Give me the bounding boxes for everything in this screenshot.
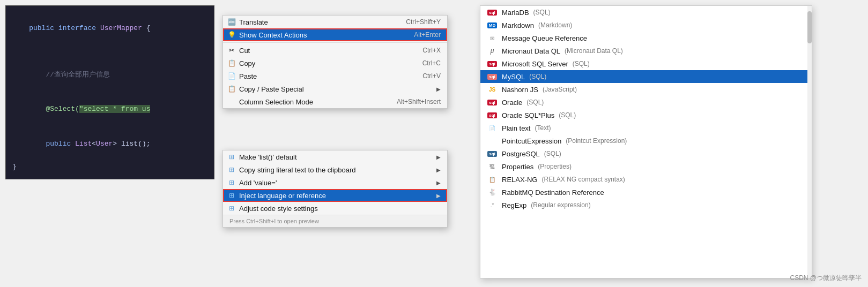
lang-item-micronaut[interactable]: μ Micronaut Data QL (Micronaut Data QL) — [480, 44, 812, 57]
lang-item-regexp[interactable]: .* RegExp (Regular expression) — [480, 199, 812, 212]
mssql-icon: sql — [487, 59, 498, 68]
lang-item-pointcut[interactable]: PointcutExpression (Pointcut Expression) — [480, 134, 812, 147]
copy-special-icon: 📋 — [227, 85, 236, 93]
code-editor: public interface UserMapper { //查询全部用户信息… — [5, 5, 214, 179]
lang-item-postgresql[interactable]: sql PostgreSQL (SQL) — [480, 147, 812, 160]
scrollbar-thumb[interactable] — [807, 11, 812, 43]
code-line-1: public interface UserMapper { — [6, 11, 214, 46]
menu-item-column-selection[interactable]: Column Selection Mode Alt+Shift+Insert — [223, 95, 447, 108]
micronaut-icon: μ — [487, 47, 498, 55]
menu-item-make-default[interactable]: ⊞ Make 'list()' default ▶ — [223, 150, 447, 163]
oracle-sqlplus-icon: sql — [487, 111, 498, 119]
menu-footer: Press Ctrl+Shift+I to open preview — [223, 215, 447, 227]
lang-item-mssql[interactable]: sql Microsoft SQL Server (SQL) — [480, 57, 812, 70]
paste-icon: 📄 — [227, 72, 236, 80]
rabbitmq-icon: 🐇 — [487, 188, 498, 197]
refactor-icon-3: ⊞ — [227, 178, 236, 187]
lang-item-oracle[interactable]: sql Oracle (SQL) — [480, 96, 812, 109]
column-icon — [227, 97, 236, 106]
watermark: CSDN @つ微凉徒晔孳半 — [790, 274, 862, 283]
lang-item-relaxng[interactable]: 📋 RELAX-NG (RELAX NG compact syntax) — [480, 173, 812, 186]
lang-item-mq-ref[interactable]: ✉ Message Queue Reference — [480, 32, 812, 44]
refactor-icon-2: ⊞ — [227, 165, 236, 174]
menu-item-paste[interactable]: 📄 Paste Ctrl+V — [223, 70, 447, 82]
menu-item-inject-language[interactable]: ⊞ Inject language or reference ▶ — [223, 189, 447, 202]
cut-icon: ✂ — [227, 46, 236, 55]
lang-item-properties[interactable]: 🏗 Properties (Properties) — [480, 160, 812, 173]
context-menu-refactor: ⊞ Make 'list()' default ▶ ⊞ Copy string … — [222, 150, 448, 228]
refactor-icon-4: ⊞ — [227, 191, 236, 200]
scrollbar[interactable] — [807, 6, 812, 278]
context-menu-main: 🔤 Translate Ctrl+Shift+Y 💡 Show Context … — [222, 15, 448, 109]
menu-item-translate[interactable]: 🔤 Translate Ctrl+Shift+Y — [223, 16, 447, 28]
regexp-icon: .* — [487, 201, 498, 209]
code-line-method: public List<User> list(); — [6, 127, 214, 161]
code-line-2 — [6, 46, 214, 58]
menu-item-adjust-style[interactable]: ⊞ Adjust code style settings — [223, 202, 447, 215]
relaxng-icon: 📋 — [487, 175, 498, 184]
lang-item-nashorn[interactable]: JS Nashorn JS (JavaScript) — [480, 83, 812, 96]
menu-item-copy-paste-special[interactable]: 📋 Copy / Paste Special ▶ — [223, 82, 447, 95]
pointcut-icon — [487, 137, 498, 145]
postgresql-icon: sql — [487, 149, 498, 158]
lang-item-plaintext[interactable]: 📄 Plain text (Text) — [480, 122, 812, 134]
language-panel: sql MariaDB (SQL) MD Markdown (Markdown)… — [480, 5, 812, 278]
bulb-icon: 💡 — [227, 31, 236, 39]
plaintext-icon: 📄 — [487, 124, 498, 132]
lang-item-rabbitmq[interactable]: 🐇 RabbitMQ Destination Reference — [480, 186, 812, 199]
menu-item-copy-string[interactable]: ⊞ Copy string literal text to the clipbo… — [223, 163, 447, 176]
lang-item-mysql[interactable]: sql MySQL (SQL) — [480, 70, 812, 83]
nashorn-icon: JS — [487, 85, 498, 94]
oracle-icon: sql — [487, 98, 498, 107]
markdown-icon: MD — [487, 21, 498, 29]
menu-item-context-actions[interactable]: 💡 Show Context Actions Alt+Enter — [223, 28, 447, 41]
properties-icon: 🏗 — [487, 162, 498, 171]
lang-item-markdown[interactable]: MD Markdown (Markdown) — [480, 19, 812, 32]
refactor-icon-5: ⊞ — [227, 204, 236, 213]
lang-item-mariadb[interactable]: sql MariaDB (SQL) — [480, 6, 812, 19]
code-line-annotation: @Select("select * from us — [6, 93, 214, 127]
translate-icon: 🔤 — [227, 18, 236, 26]
refactor-icon-1: ⊞ — [227, 153, 236, 161]
mariadb-icon: sql — [487, 8, 498, 17]
menu-item-copy[interactable]: 📋 Copy Ctrl+C — [223, 57, 447, 70]
mq-icon: ✉ — [487, 34, 498, 42]
lang-item-oracle-sqlplus[interactable]: sql Oracle SQL*Plus (SQL) — [480, 109, 812, 122]
code-line-brace: } — [6, 161, 214, 173]
menu-item-cut[interactable]: ✂ Cut Ctrl+X — [223, 44, 447, 57]
menu-item-add-value[interactable]: ⊞ Add 'value=' ▶ — [223, 176, 447, 189]
menu-divider-1 — [223, 42, 447, 43]
code-line-comment: //查询全部用户信息 — [6, 58, 214, 92]
copy-icon: 📋 — [227, 59, 236, 67]
mysql-icon: sql — [487, 72, 498, 81]
